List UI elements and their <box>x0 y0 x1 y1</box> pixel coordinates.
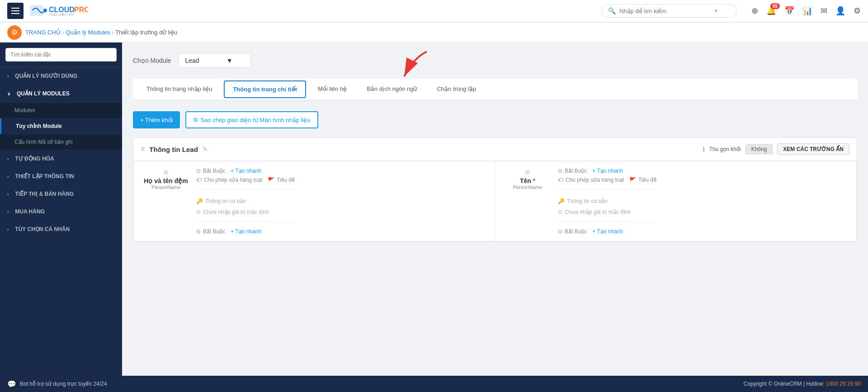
main-content: Chọn Module Lead ▼ Thông tin trang nhập … <box>122 43 868 376</box>
required-action-2[interactable]: ⊙ Bắt Buộc <box>196 228 225 235</box>
main-layout: › QUẢN LÝ NGƯỜI DÙNG ∨ QUẢN LÝ MODULES M… <box>0 43 868 376</box>
sidebar-item-label: MUA HÀNG <box>15 208 45 215</box>
required-action-b[interactable]: ⊙ Bắt Buộc <box>558 168 587 174</box>
user-button[interactable]: 👤 <box>835 6 845 16</box>
tab-chan-trung-lap[interactable]: Chặn trùng lặp <box>427 79 486 100</box>
field-drag-icon-2[interactable]: ≡ <box>525 168 530 177</box>
field-name-col: ≡ Họ và tên đệm PersonName <box>141 168 191 235</box>
hamburger-menu-button[interactable] <box>7 3 24 19</box>
flag-icon-b: 🚩 <box>629 177 636 183</box>
title-flag-action-b[interactable]: 🚩 Tiêu đề <box>629 177 656 183</box>
arrow-icon: › <box>7 192 9 197</box>
search-bar: 🔍 ▼ <box>601 4 737 18</box>
key-icon: 🔑 <box>196 198 203 204</box>
add-icon-button[interactable]: ⊕ <box>751 6 758 16</box>
allow-edit-action[interactable]: 🏷 Cho phép sửa hàng loạt <box>196 177 262 183</box>
sidebar: › QUẢN LÝ NGƯỜI DÙNG ∨ QUẢN LÝ MODULES M… <box>0 43 122 376</box>
required-action[interactable]: ⊙ Bắt Buộc <box>196 168 225 174</box>
gear-circle-icon: ⚙ <box>7 25 22 40</box>
section-title: Thông tin Lead <box>149 146 198 153</box>
tabs-row: Thông tin trang nhập liệu Thông tin tran… <box>133 79 857 100</box>
sidebar-search-area <box>0 43 122 67</box>
create-quick-action-2[interactable]: + Tạo nhanh <box>231 228 261 235</box>
breadcrumb-home[interactable]: TRANG CHỦ <box>25 29 61 36</box>
sidebar-item-tu-dong-hoa[interactable]: › TỰ ĐỘNG HÓA <box>0 150 122 168</box>
field-actions-col: ⊙ Bắt Buộc + Tạo nhanh 🏷 Cho phép sửa hà… <box>196 168 295 235</box>
tag-icon: 🏷 <box>196 177 202 183</box>
edit-section-icon[interactable]: ✎ <box>203 146 208 153</box>
field-divider-2b <box>558 222 656 222</box>
sidebar-item-label: TIẾP THỊ & BÁN HÀNG <box>15 191 74 197</box>
field-divider-2 <box>196 222 295 222</box>
field-meta-default-b: ⊙ Chưa nhập giá trị mặc định <box>558 209 656 215</box>
add-block-button[interactable]: + Thêm khối <box>133 111 180 128</box>
copy-layout-label: Sao chép giao diện từ Màn hình nhập liệu <box>200 117 310 123</box>
title-flag-action[interactable]: 🚩 Tiêu đề <box>268 177 295 183</box>
copy-layout-button[interactable]: ⧉ Sao chép giao diện từ Màn hình nhập li… <box>185 111 318 128</box>
footer-copyright: Copyright © OnlineCRM | Hotline: <box>744 381 826 387</box>
arrow-icon: › <box>7 156 9 161</box>
create-quick-action-b[interactable]: + Tạo nhanh <box>592 168 623 174</box>
field-action-row-2: 🏷 Cho phép sửa hàng loạt 🚩 Tiêu đề <box>196 177 295 183</box>
messenger-icon: 💬 <box>7 380 16 388</box>
top-navigation: CLOUD PRO PHẦN MỀM CRM 🔍 ▼ ⊕ 🔔 65 📅 📊 ✉ … <box>0 0 868 23</box>
chart-button[interactable]: 📊 <box>802 6 812 16</box>
sidebar-item-thiet-lap-thong-tin[interactable]: › THIẾT LẬP THÔNG TIN <box>0 168 122 185</box>
sidebar-item-quan-ly-nguoi-dung[interactable]: › QUẢN LÝ NGƯỜI DÙNG <box>0 67 122 85</box>
fields-grid: ≡ Họ và tên đệm PersonName ⊙ Bắt Buộc + … <box>133 161 857 241</box>
sidebar-item-quan-ly-modules[interactable]: ∨ QUẢN LÝ MODULES <box>0 85 122 103</box>
svg-text:PRO: PRO <box>74 6 88 14</box>
tab-moi-lien-he[interactable]: Mối liên hệ <box>308 79 357 100</box>
tab-chi-tiet[interactable]: Thông tin trang chi tiết <box>224 80 306 98</box>
breadcrumb-level1[interactable]: Quản lý Modules <box>66 29 110 36</box>
field-meta-info: 🔑 Thông tin cơ bản <box>196 198 295 204</box>
field-system-name: PersonName <box>151 184 180 190</box>
field-action-row-2b: 🏷 Cho phép sửa hàng loạt 🚩 Tiêu đề <box>558 177 656 183</box>
arrow-icon-expanded: ∨ <box>7 91 10 96</box>
required-star: * <box>533 177 535 184</box>
sidebar-item-label: THIẾT LẬP THÔNG TIN <box>15 173 74 179</box>
sidebar-item-label: TÙY CHỌN CÁ NHÂN <box>15 226 70 232</box>
calendar-button[interactable]: 📅 <box>784 6 794 16</box>
sidebar-item-mua-hang[interactable]: › MUA HÀNG <box>0 203 122 221</box>
search-input[interactable] <box>619 8 710 14</box>
svg-rect-0 <box>30 5 43 16</box>
tab-ban-dich[interactable]: Bản dịch ngôn ngữ <box>357 79 427 100</box>
tab-nhap-lieu[interactable]: Thông tin trang nhập liệu <box>137 79 222 100</box>
field-cell-inner-2: ≡ Tên * PersonName ⊙ Bắt Buộc <box>503 168 849 235</box>
required-action-2b[interactable]: ⊙ Bắt Buộc <box>558 228 587 235</box>
create-quick-action-2b[interactable]: + Tạo nhanh <box>592 228 623 235</box>
clock-icon-2b: ⊙ <box>558 228 562 235</box>
view-hidden-fields-button[interactable]: XEM CÁC TRƯỜNG ẨN <box>777 143 849 155</box>
notification-button[interactable]: 🔔 65 <box>766 6 776 16</box>
allow-edit-action-b[interactable]: 🏷 Cho phép sửa hàng loạt <box>558 177 624 183</box>
field-cell-inner: ≡ Họ và tên đệm PersonName ⊙ Bắt Buộc + … <box>141 168 488 235</box>
flag-icon: 🚩 <box>268 177 274 183</box>
sidebar-item-modules[interactable]: Modules <box>0 103 122 118</box>
field-system-name-2: PersonName <box>513 184 542 190</box>
create-quick-action[interactable]: + Tạo nhanh <box>231 168 261 174</box>
module-select-row: Chọn Module Lead ▼ <box>133 53 857 68</box>
info-icon: ℹ <box>703 146 705 153</box>
section-header: ≡ Thông tin Lead ✎ ℹ Thu gọn khối Không … <box>133 138 857 161</box>
sidebar-item-cau-hinh-ma-so[interactable]: Cấu hình Mã số bản ghi <box>0 134 122 150</box>
collapse-label: Thu gọn khối <box>709 146 741 152</box>
sidebar-item-tuy-chinh-module[interactable]: Tùy chỉnh Module <box>0 118 122 134</box>
field-drag-icon[interactable]: ≡ <box>164 168 169 177</box>
sidebar-search-input[interactable] <box>5 48 117 61</box>
drag-handle-icon[interactable]: ≡ <box>141 145 145 153</box>
sidebar-item-tiep-thi-ban-hang[interactable]: › TIẾP THỊ & BÁN HÀNG <box>0 185 122 203</box>
footer-right: Copyright © OnlineCRM | Hotline: 1900 29… <box>744 381 861 387</box>
module-dropdown[interactable]: Lead ▼ <box>179 53 251 68</box>
collapse-toggle-button[interactable]: Không <box>745 144 773 154</box>
sidebar-item-tuy-chon-ca-nhan[interactable]: › TÙY CHỌN CÁ NHÂN <box>0 221 122 238</box>
field-divider-b <box>558 189 656 190</box>
footer-hotline[interactable]: 1900 29 29 90 <box>826 381 861 387</box>
svg-text:PHẦN MỀM CRM: PHẦN MỀM CRM <box>49 13 74 16</box>
settings-button[interactable]: ⚙ <box>854 6 861 16</box>
search-dropdown-arrow[interactable]: ▼ <box>713 8 718 14</box>
section-header-right: ℹ Thu gọn khối Không XEM CÁC TRƯỜNG ẨN <box>703 143 849 155</box>
svg-point-1 <box>43 9 47 12</box>
mail-button[interactable]: ✉ <box>821 6 827 16</box>
field-actions-col-2: ⊙ Bắt Buộc + Tạo nhanh 🏷 Cho phép sửa hà… <box>558 168 656 235</box>
